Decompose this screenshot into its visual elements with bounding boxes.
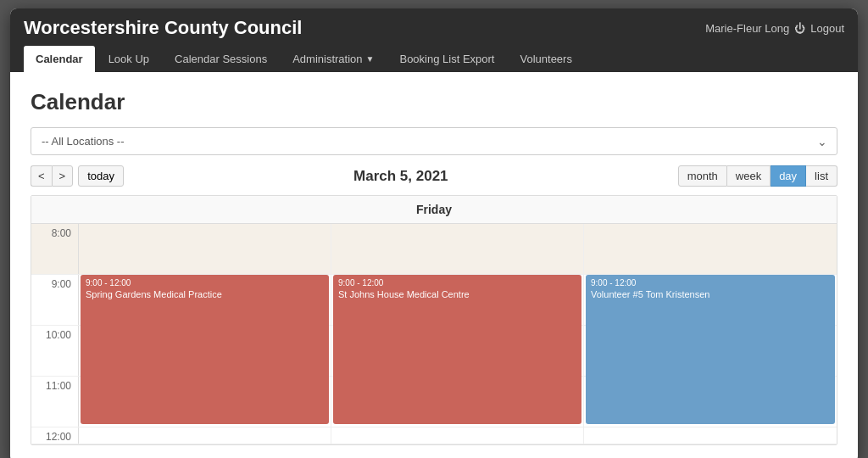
- nav-label-calendar: Calendar: [36, 53, 83, 65]
- topbar-upper: Worcestershire County Council Marie-Fleu…: [24, 8, 844, 42]
- time-label-8: 8:00: [31, 224, 79, 274]
- time-label-10: 10:00: [31, 326, 79, 376]
- nav-label-volunteers: Volunteers: [520, 53, 571, 65]
- next-button[interactable]: >: [52, 165, 74, 187]
- view-btn-list[interactable]: list: [806, 165, 837, 187]
- day-label: Friday: [416, 203, 452, 216]
- nav-item-booking-list-export[interactable]: Booking List Export: [387, 46, 506, 72]
- time-row-12: 12:00: [31, 427, 837, 444]
- logout-button[interactable]: Logout: [810, 22, 844, 35]
- calendar-grid: Friday 8:00 9:00: [31, 195, 837, 445]
- nav-label-lookup: Look Up: [108, 53, 149, 65]
- slot-8-2: [584, 224, 837, 274]
- view-btn-month[interactable]: month: [678, 165, 727, 187]
- current-date-display: March 5, 2021: [124, 168, 678, 185]
- event-name-3: Volunteer #5 Tom Kristensen: [591, 289, 830, 299]
- location-select[interactable]: -- All Locations --: [31, 127, 837, 155]
- time-label-11: 11:00: [31, 377, 79, 427]
- page-title: Calendar: [31, 89, 837, 115]
- power-icon: ⏻: [794, 22, 805, 35]
- calendar-nav-row: < > today March 5, 2021 month week day l…: [31, 165, 837, 187]
- view-buttons: month week day list: [678, 165, 837, 187]
- calendar-day-header: Friday: [31, 196, 837, 224]
- navbar: Calendar Look Up Calendar Sessions Admin…: [24, 42, 844, 72]
- event-name-2: St Johns House Medical Centre: [338, 289, 576, 299]
- username: Marie-Fleur Long: [705, 22, 789, 35]
- nav-item-administration[interactable]: Administration ▼: [281, 46, 386, 72]
- location-select-wrapper: -- All Locations -- ⌄: [31, 127, 837, 155]
- topbar: Worcestershire County Council Marie-Fleu…: [10, 8, 858, 72]
- view-btn-week[interactable]: week: [727, 165, 771, 187]
- dropdown-arrow-icon: ▼: [366, 54, 375, 64]
- slot-8-0: [79, 224, 331, 274]
- time-label-12: 12:00: [31, 427, 79, 444]
- nav-item-calendar-sessions[interactable]: Calendar Sessions: [163, 46, 279, 72]
- nav-item-volunteers[interactable]: Volunteers: [508, 46, 583, 72]
- event-spring-gardens[interactable]: 9:00 - 12:00 Spring Gardens Medical Prac…: [81, 275, 329, 424]
- nav-label-booking-list-export: Booking List Export: [399, 53, 494, 65]
- today-button[interactable]: today: [78, 165, 124, 187]
- event-st-johns[interactable]: 9:00 - 12:00 St Johns House Medical Cent…: [333, 275, 581, 424]
- nav-label-administration: Administration: [292, 53, 362, 65]
- event-volunteer[interactable]: 9:00 - 12:00 Volunteer #5 Tom Kristensen: [586, 275, 835, 424]
- time-label-9: 9:00: [31, 275, 79, 325]
- time-row-8: 8:00: [31, 224, 837, 275]
- event-time-2: 9:00 - 12:00: [338, 278, 576, 288]
- nav-item-lookup[interactable]: Look Up: [97, 46, 161, 72]
- event-time-1: 9:00 - 12:00: [86, 278, 324, 288]
- view-btn-day[interactable]: day: [771, 165, 806, 187]
- main-window: Worcestershire County Council Marie-Fleu…: [10, 8, 858, 458]
- time-rows-wrapper: 8:00 9:00 10:00: [31, 224, 837, 444]
- app-title: Worcestershire County Council: [24, 17, 302, 39]
- event-time-3: 9:00 - 12:00: [591, 278, 830, 288]
- nav-item-calendar[interactable]: Calendar: [24, 46, 95, 72]
- user-area: Marie-Fleur Long ⏻ Logout: [705, 22, 844, 35]
- main-content: Calendar -- All Locations -- ⌄ < > today…: [10, 72, 858, 458]
- prev-button[interactable]: <: [31, 165, 52, 187]
- slot-8-1: [331, 224, 584, 274]
- event-name-1: Spring Gardens Medical Practice: [86, 289, 324, 299]
- nav-label-calendar-sessions: Calendar Sessions: [175, 53, 267, 65]
